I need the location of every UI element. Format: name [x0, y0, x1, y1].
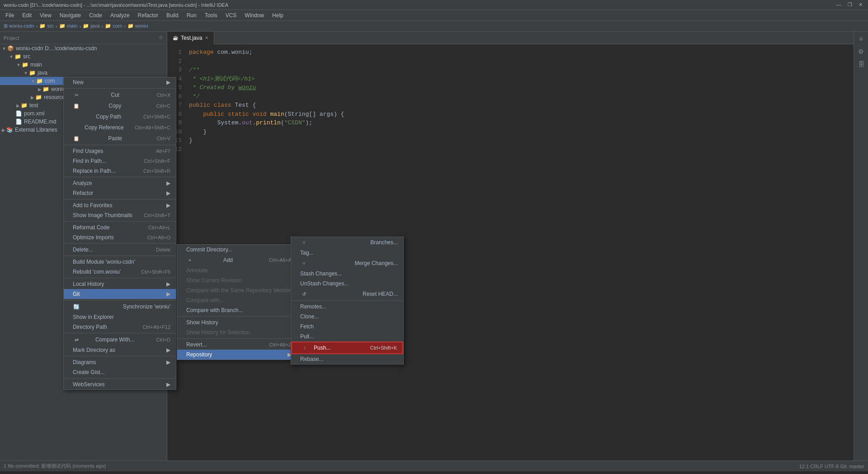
menu-vcs[interactable]: VCS: [222, 11, 241, 19]
menu-code[interactable]: Code: [85, 11, 106, 19]
ctx-cut[interactable]: ✂ Cut Ctrl+X: [64, 90, 176, 100]
ctx-copy[interactable]: 📋 Copy Ctrl+C: [64, 100, 176, 111]
ctx-repo-stash[interactable]: Stash Changes...: [291, 269, 403, 279]
reset-icon: ↺: [300, 290, 307, 298]
sidebar-settings-icon[interactable]: ⚙: [159, 35, 163, 41]
menu-bar: File Edit View Navigate Code Analyze Ref…: [0, 10, 868, 21]
ctx-local-history[interactable]: Local History ▶: [64, 279, 176, 289]
breadcrumb-src[interactable]: 📁 src: [39, 23, 54, 29]
project-folder-icon: 📦: [7, 45, 14, 52]
ctx-rebuild-shortcut: Ctrl+Shift+F9: [141, 269, 170, 275]
ctx-paste[interactable]: 📋 Paste Ctrl+V: [64, 133, 176, 144]
ctx-mark-directory[interactable]: Mark Directory as ▶: [64, 345, 176, 355]
menu-navigate[interactable]: Navigate: [56, 11, 85, 19]
ctx-new-label: New: [73, 79, 84, 85]
ctx-reformat-label: Reformat Code: [73, 224, 109, 231]
tab-close-icon[interactable]: ✕: [205, 35, 208, 40]
ctx-rebuild[interactable]: Rebuild 'com.woniu' Ctrl+Shift+F9: [64, 267, 176, 277]
tree-item-java[interactable]: ▼ 📁 java: [0, 69, 167, 77]
tree-item-src[interactable]: ▼ 📁 src: [0, 52, 167, 61]
ctx-replace-in-path[interactable]: Replace in Path... Ctrl+Shift+R: [64, 166, 176, 176]
ctx-compare-with[interactable]: ⇌ Compare With... Ctrl+D: [64, 334, 176, 345]
status-info: 12:1 CRLF UTF-8 Git: master: [799, 464, 864, 469]
menu-view[interactable]: View: [36, 11, 55, 19]
breadcrumb-main[interactable]: 📁 main: [59, 23, 78, 29]
ctx-repo-unstash[interactable]: UnStash Changes...: [291, 279, 403, 289]
expand-arrow: ▼: [16, 62, 21, 67]
ctx-git-add[interactable]: + Add Ctrl+Alt+A: [177, 255, 297, 265]
ctx-repo-clone[interactable]: Clone...: [291, 312, 403, 322]
ctx-find-usages[interactable]: Find Usages Alt+F7: [64, 146, 176, 156]
ctx-compare-with-label: Compare With...: [95, 337, 135, 343]
ctx-git-revert[interactable]: Revert... Ctrl+Alt+Z: [177, 340, 297, 350]
structure-icon[interactable]: ≡: [856, 33, 867, 44]
ctx-git-compare-branch[interactable]: Compare with Branch...: [177, 305, 297, 315]
ctx-repo-rebase[interactable]: Rebase...: [291, 354, 403, 364]
editor-tab-test-java[interactable]: ☕ Test.java ✕: [167, 32, 214, 44]
ctx-git-show-history[interactable]: Show History: [177, 318, 297, 327]
ctx-repo-fetch[interactable]: Fetch: [291, 322, 403, 332]
ctx-create-gist[interactable]: Create Gist...: [64, 367, 176, 377]
ctx-repo-remotes[interactable]: Remotes...: [291, 302, 403, 312]
ctx-git-repository[interactable]: Repository ▶: [177, 350, 297, 360]
merge-icon: ⑂: [300, 260, 307, 267]
breadcrumb-java[interactable]: 📁 java: [83, 23, 99, 29]
ctx-repo-tag[interactable]: Tag...: [291, 248, 403, 258]
ctx-git-revert-label: Revert...: [186, 341, 207, 348]
ctx-copy-ref[interactable]: Copy Reference Ctrl+Alt+Shift+C: [64, 122, 176, 133]
ctx-synchronize[interactable]: 🔄 Synchronize 'woniu': [64, 301, 176, 312]
ctx-git-compare-with-label: Compare with...: [186, 297, 224, 303]
breadcrumb-com[interactable]: 📁 com: [105, 23, 122, 29]
menu-build[interactable]: Build: [163, 11, 182, 19]
tree-label-src: src: [23, 53, 30, 60]
ctx-build-module[interactable]: Build Module 'woniu-csdn': [64, 257, 176, 267]
code-line-6: */: [189, 92, 854, 101]
ctx-git[interactable]: Git ▶: [64, 289, 176, 299]
ctx-repo-pull[interactable]: Pull...: [291, 332, 403, 341]
tree-item-project[interactable]: ▼ 📦 woniu-csdn D:...\code\woniu-csdn: [0, 44, 167, 52]
ctx-directory-path[interactable]: Directory Path Ctrl+Alt+F12: [64, 322, 176, 332]
ctx-repo-push[interactable]: ↑ Push... Ctrl+Shift+K: [291, 341, 403, 354]
tree-label-com: com: [45, 78, 55, 84]
minimize-button[interactable]: —: [835, 2, 843, 8]
ctx-repo-merge[interactable]: ⑂ Merge Changes...: [291, 258, 403, 269]
ctx-show-explorer[interactable]: Show in Explorer: [64, 312, 176, 322]
ctx-show-thumbnails[interactable]: Show Image Thumbnails Ctrl+Shift+T: [64, 210, 176, 220]
menu-help[interactable]: Help: [269, 11, 287, 19]
ctx-analyze[interactable]: Analyze ▶: [64, 178, 176, 188]
database-icon[interactable]: 🗄: [856, 59, 867, 70]
ctx-optimize[interactable]: Optimize Imports Ctrl+Alt+O: [64, 232, 176, 242]
breadcrumb-woniu[interactable]: 📁 woniu: [127, 23, 148, 29]
ctx-sep4: [64, 199, 176, 199]
tree-item-main[interactable]: ▼ 📁 main: [0, 61, 167, 69]
menu-run[interactable]: Run: [183, 11, 200, 19]
ctx-repo-branches[interactable]: ⑂ Branches...: [291, 237, 403, 248]
ctx-sep6: [64, 243, 176, 244]
ctx-git-arrow: ▶: [166, 291, 170, 297]
menu-edit[interactable]: Edit: [19, 11, 35, 19]
ctx-new[interactable]: New ▶: [64, 77, 176, 87]
menu-file[interactable]: File: [2, 11, 18, 19]
breadcrumb-project[interactable]: ⊞ woniu-csdn: [4, 23, 34, 29]
tree-label-project: woniu-csdn D:...\code\woniu-csdn: [16, 45, 97, 52]
ctx-git-commit-dir[interactable]: Commit Directory...: [177, 245, 297, 255]
menu-tools[interactable]: Tools: [201, 11, 221, 19]
ctx-find-in-path[interactable]: Find in Path... Ctrl+Shift+F: [64, 156, 176, 166]
menu-window[interactable]: Window: [241, 11, 268, 19]
close-button[interactable]: ✕: [857, 2, 864, 8]
restore-button[interactable]: ❐: [846, 2, 854, 8]
ctx-webservices[interactable]: WebServices ▶: [64, 379, 176, 389]
ctx-delete[interactable]: Delete... Delete: [64, 245, 176, 255]
ctx-copy-path[interactable]: Copy Path Ctrl+Shift+C: [64, 111, 176, 122]
ctx-diagrams[interactable]: Diagrams ▶: [64, 357, 176, 367]
ctx-reformat[interactable]: Reformat Code Ctrl+Alt+L: [64, 223, 176, 232]
com-folder-icon: 📁: [36, 78, 43, 84]
menu-refactor[interactable]: Refactor: [134, 11, 162, 19]
ctx-optimize-shortcut: Ctrl+Alt+O: [147, 235, 170, 240]
ctx-refactor[interactable]: Refactor ▶: [64, 188, 176, 198]
menu-analyze[interactable]: Analyze: [107, 11, 133, 19]
maven-icon[interactable]: ⚙: [856, 46, 867, 57]
ctx-add-favorites[interactable]: Add to Favorites ▶: [64, 200, 176, 210]
ctx-repo-reset-head[interactable]: ↺ Reset HEAD...: [291, 289, 403, 299]
ctx-git-show-history-label: Show History: [186, 319, 218, 326]
